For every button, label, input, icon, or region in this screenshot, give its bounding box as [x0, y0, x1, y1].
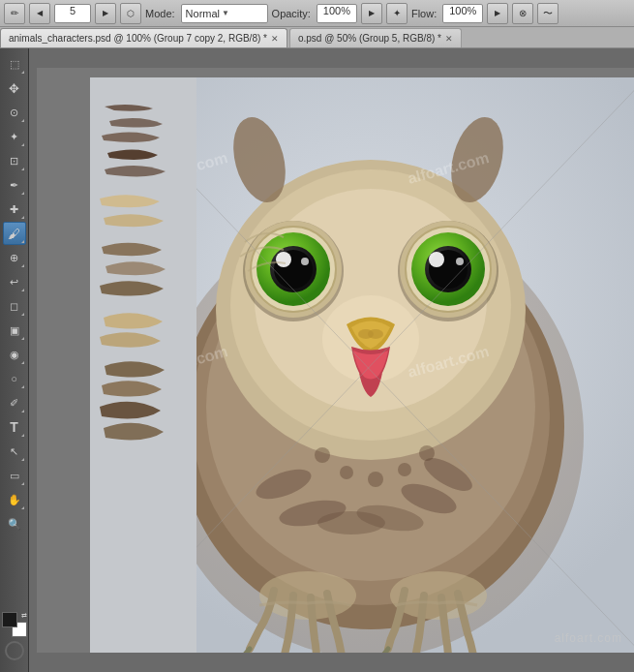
airbrush-toggle[interactable]: ✦ [386, 3, 408, 24]
pen-icon: ✐ [10, 397, 18, 410]
main-area: ⬚ ✥ ⊙ ✦ ⊡ ✒ ✚ 🖌 ⊕ [0, 48, 634, 672]
tool-clone[interactable]: ⊕ [3, 246, 26, 269]
blur-icon: ◉ [10, 349, 19, 361]
mode-dropdown[interactable]: Normal ▼ [181, 4, 268, 23]
svg-point-25 [276, 252, 291, 267]
foreground-color-swatch[interactable] [2, 612, 17, 627]
healing-icon: ✚ [10, 203, 18, 216]
tool-eyedropper[interactable]: ✒ [3, 173, 26, 197]
brush-strokes-svg [90, 77, 196, 562]
path-select-icon: ↖ [10, 445, 18, 458]
mode-dropdown-arrow: ▼ [222, 9, 229, 17]
tab-o-psd[interactable]: o.psd @ 50% (Group 5, RGB/8) * ✕ [289, 28, 462, 47]
flow-label: Flow: [411, 8, 437, 19]
tool-pen[interactable]: ✐ [3, 391, 26, 414]
eraser-icon: ◻ [10, 300, 18, 313]
brush-size-input[interactable]: 5 [54, 4, 91, 23]
watermark-bottom-right: alfoart.com [555, 631, 622, 645]
svg-point-16 [368, 472, 383, 487]
tool-healing[interactable]: ✚ [3, 198, 26, 221]
brush-size-down[interactable]: ◀ [29, 3, 50, 24]
tool-shape[interactable]: ▭ [3, 464, 26, 487]
svg-point-18 [419, 445, 435, 461]
crop-icon: ⊡ [10, 155, 18, 168]
zoom-icon: 🔍 [8, 518, 21, 531]
swap-colors-icon[interactable]: ⇄ [21, 612, 27, 620]
history-brush-icon: ↩ [10, 276, 18, 289]
hand-icon: ✋ [8, 494, 21, 506]
tool-gradient[interactable]: ▣ [3, 319, 26, 342]
tool-dodge[interactable]: ○ [3, 367, 26, 390]
tool-path-select[interactable]: ↖ [3, 440, 26, 463]
flow-input[interactable]: 100% [442, 4, 483, 23]
tab-animals-psd[interactable]: animals_characters.psd @ 100% (Group 7 c… [0, 28, 287, 47]
brush-size-up[interactable]: ▶ [95, 3, 116, 24]
mode-value: Normal [186, 8, 220, 19]
color-swatches-container: ⇄ [2, 608, 27, 668]
tool-lasso[interactable]: ⊙ [3, 101, 26, 124]
tool-zoom[interactable]: 🔍 [3, 512, 26, 535]
smoothing-icon[interactable]: 〜 [537, 3, 559, 24]
flow-arrow[interactable]: ▶ [487, 3, 508, 24]
tool-history-brush[interactable]: ↩ [3, 270, 26, 293]
canvas-wrapper[interactable]: alfoart.com alfoart.com alfoart.com alfo… [37, 68, 634, 653]
svg-point-35 [456, 258, 464, 265]
tablet-pressure-icon[interactable]: ⊗ [512, 3, 533, 24]
top-toolbar: ✏ ◀ 5 ▶ ⬡ Mode: Normal ▼ Opacity: 100% ▶… [0, 0, 634, 27]
tab-bar: animals_characters.psd @ 100% (Group 7 c… [0, 27, 634, 48]
tab-o-label: o.psd @ 50% (Group 5, RGB/8) * [298, 33, 441, 44]
color-swatches[interactable]: ⇄ [2, 612, 27, 637]
tab-o-close[interactable]: ✕ [445, 34, 453, 44]
brush-options-icon[interactable]: ⬡ [120, 3, 141, 24]
dodge-icon: ○ [11, 373, 17, 384]
tool-type[interactable]: T [3, 415, 26, 439]
canvas-area: alfoart.com alfoart.com alfoart.com alfo… [29, 48, 634, 672]
lasso-icon: ⊙ [10, 107, 18, 119]
svg-point-39 [368, 329, 383, 339]
svg-point-34 [429, 252, 444, 267]
opacity-label: Opacity: [272, 8, 311, 19]
marquee-icon: ⬚ [10, 58, 19, 71]
tool-crop[interactable]: ⊡ [3, 149, 26, 172]
tool-magic-wand[interactable]: ✦ [3, 125, 26, 148]
tool-hand[interactable]: ✋ [3, 488, 26, 511]
opacity-input[interactable]: 100% [317, 4, 357, 23]
eyedropper-icon: ✒ [10, 179, 18, 192]
tab-animals-close[interactable]: ✕ [271, 34, 279, 44]
tool-move[interactable]: ✥ [3, 76, 26, 100]
mode-label: Mode: [145, 8, 175, 19]
type-icon: T [10, 419, 18, 435]
photoshop-canvas[interactable]: alfoart.com alfoart.com alfoart.com alfo… [90, 77, 634, 653]
tool-eraser[interactable]: ◻ [3, 294, 26, 318]
svg-point-15 [340, 466, 353, 479]
svg-point-26 [301, 258, 309, 265]
brush-icon: 🖌 [8, 227, 20, 241]
brush-strokes-panel [90, 77, 196, 653]
svg-point-14 [315, 447, 330, 463]
magic-wand-icon: ✦ [10, 131, 18, 143]
tab-animals-label: animals_characters.psd @ 100% (Group 7 c… [9, 33, 267, 44]
shape-icon: ▭ [10, 470, 19, 482]
move-icon: ✥ [9, 81, 19, 96]
clone-icon: ⊕ [10, 252, 18, 264]
tool-blur[interactable]: ◉ [3, 343, 26, 366]
gradient-icon: ▣ [10, 324, 19, 337]
left-toolbar: ⬚ ✥ ⊙ ✦ ⊡ ✒ ✚ 🖌 ⊕ [0, 48, 29, 672]
svg-point-17 [398, 463, 411, 476]
tool-brush[interactable]: 🖌 [3, 222, 26, 245]
tool-marquee[interactable]: ⬚ [3, 52, 26, 76]
quick-mask-mode[interactable] [5, 641, 24, 660]
opacity-arrow[interactable]: ▶ [361, 3, 382, 24]
brush-tool-icon[interactable]: ✏ [4, 3, 25, 24]
